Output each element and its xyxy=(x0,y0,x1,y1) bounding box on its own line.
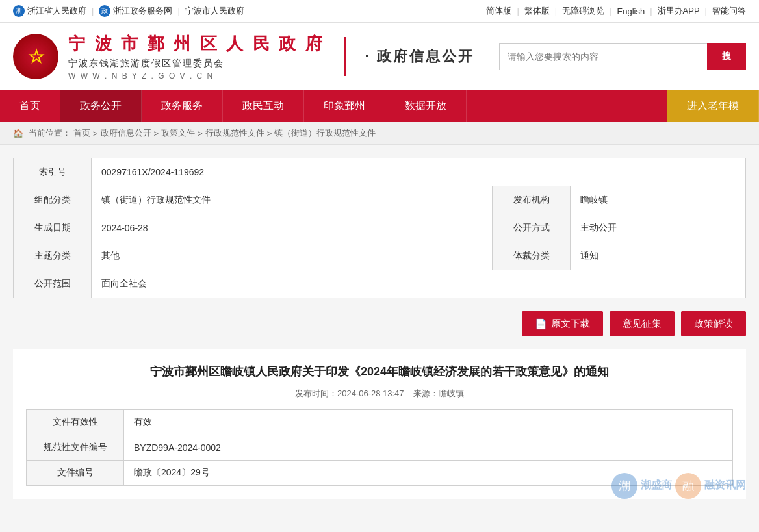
label-index: 索引号 xyxy=(14,158,92,186)
main-nav: 首页 政务公开 政务服务 政民互动 印象鄞州 数据开放 进入老年模 xyxy=(0,90,759,122)
doc-value-validity: 有效 xyxy=(124,409,733,435)
info-table: 索引号 00297161X/2024-119692 组配分类 镇（街道）行政规范… xyxy=(13,158,746,298)
label-category: 组配分类 xyxy=(14,186,92,214)
action-buttons: 📄 原文下载 意见征集 政策解读 xyxy=(13,311,746,336)
policy-label: 政策解读 xyxy=(694,318,733,330)
doc-row: 文件编号 瞻政〔2024〕29号 xyxy=(27,460,733,485)
top-bar-right: 简体版 | 繁体版 | 无障碍浏览 | English | 浙里办APP | 智… xyxy=(486,5,746,17)
zhejiang-gov-label[interactable]: 浙江省人民政府 xyxy=(27,5,86,17)
simplified-link[interactable]: 简体版 xyxy=(486,5,511,17)
header-logo: ☆ 宁 波 市 鄞 州 区 人 民 政 府 宁波东钱湖旅游度假区管理委员会 W … xyxy=(13,32,474,81)
breadcrumb-current: 镇（街道）行政规范性文件 xyxy=(274,127,376,139)
label-date: 生成日期 xyxy=(14,214,92,242)
value-theme: 其他 xyxy=(92,242,493,270)
label-genre: 体裁分类 xyxy=(493,242,571,270)
nav-item-data[interactable]: 数据开放 xyxy=(385,90,467,122)
divider-4: | xyxy=(555,6,557,16)
emblem: ☆ xyxy=(13,34,58,79)
label-open-method: 公开方式 xyxy=(493,214,571,242)
home-icon: 🏠 xyxy=(13,129,23,138)
breadcrumb-home[interactable]: 首页 xyxy=(73,127,90,139)
logo-text: 宁 波 市 鄞 州 区 人 民 政 府 宁波东钱湖旅游度假区管理委员会 W W … xyxy=(68,32,325,81)
header: ☆ 宁 波 市 鄞 州 区 人 民 政 府 宁波东钱湖旅游度假区管理委员会 W … xyxy=(0,23,759,90)
divider-5: | xyxy=(610,6,611,16)
bc-sep-3: > xyxy=(198,129,203,138)
breadcrumb: 🏠 当前位置： 首页 > 政府信息公开 > 政策文件 > 行政规范性文件 > 镇… xyxy=(0,122,759,145)
article-title: 宁波市鄞州区瞻岐镇人民政府关于印发《2024年瞻岐镇经济发展的若干政策意见》的通… xyxy=(26,362,733,381)
table-row: 组配分类 镇（街道）行政规范性文件 发布机构 瞻岐镇 xyxy=(14,186,746,214)
search-input[interactable] xyxy=(499,43,707,70)
doc-label-file-number: 文件编号 xyxy=(27,460,124,485)
pdf-icon: 📄 xyxy=(535,318,547,330)
zhejiang-gov-link[interactable]: 浙 浙江省人民政府 xyxy=(13,5,86,17)
nav-item-home[interactable]: 首页 xyxy=(0,90,60,122)
doc-label-validity: 文件有效性 xyxy=(27,409,124,435)
ningbo-gov-link[interactable]: 宁波市人民政府 xyxy=(185,5,244,17)
search-button[interactable]: 搜 xyxy=(707,43,746,70)
table-row: 主题分类 其他 体裁分类 通知 xyxy=(14,242,746,270)
top-bar-left: 浙 浙江省人民政府 | 政 浙江政务服务网 | 宁波市人民政府 xyxy=(13,5,244,17)
divider-1: | xyxy=(92,6,94,16)
breadcrumb-gov-info[interactable]: 政府信息公开 xyxy=(101,127,151,139)
nav-item-interaction[interactable]: 政民互动 xyxy=(223,90,304,122)
doc-value-norm-number: BYZD99A-2024-0002 xyxy=(124,435,733,460)
divider-3: | xyxy=(517,6,519,16)
divider-6: | xyxy=(650,6,652,16)
app-link[interactable]: 浙里办APP xyxy=(658,5,700,17)
english-link[interactable]: English xyxy=(617,6,645,16)
table-row: 公开范围 面向全社会 xyxy=(14,270,746,298)
publish-time: 发布时间：2024-06-28 13:47 xyxy=(295,388,404,398)
value-date: 2024-06-28 xyxy=(92,214,493,242)
nav-item-impression[interactable]: 印象鄞州 xyxy=(304,90,385,122)
traditional-link[interactable]: 繁体版 xyxy=(524,5,550,17)
bc-sep-1: > xyxy=(93,129,98,138)
opinion-button[interactable]: 意见征集 xyxy=(610,311,675,336)
doc-value-file-number: 瞻政〔2024〕29号 xyxy=(124,460,733,485)
logo-divider xyxy=(344,37,346,76)
bc-sep-2: > xyxy=(154,129,159,138)
logo-title: 宁 波 市 鄞 州 区 人 民 政 府 xyxy=(68,32,325,55)
label-theme: 主题分类 xyxy=(14,242,92,270)
zj-gov-icon: 浙 xyxy=(13,5,25,17)
divider-2: | xyxy=(177,6,179,16)
logo-subtitle: 宁波东钱湖旅游度假区管理委员会 xyxy=(68,58,325,70)
doc-table: 文件有效性 有效 规范性文件编号 BYZD99A-2024-0002 文件编号 … xyxy=(26,409,733,486)
gov-info-label: · 政府信息公开 xyxy=(365,47,474,66)
value-publisher: 瞻岐镇 xyxy=(571,186,746,214)
download-label: 原文下载 xyxy=(551,318,590,330)
doc-label-norm-number: 规范性文件编号 xyxy=(27,435,124,460)
breadcrumb-prefix: 当前位置： xyxy=(29,127,71,139)
opinion-label: 意见征集 xyxy=(623,318,662,330)
logo-url: W W W . N B Y Z . G O V . C N xyxy=(68,71,325,81)
header-search: 搜 xyxy=(499,43,746,70)
main-content: 索引号 00297161X/2024-119692 组配分类 镇（街道）行政规范… xyxy=(0,145,759,512)
doc-row: 规范性文件编号 BYZD99A-2024-0002 xyxy=(27,435,733,460)
breadcrumb-admin-norm[interactable]: 行政规范性文件 xyxy=(205,127,264,139)
label-open-scope: 公开范围 xyxy=(14,270,92,298)
download-button[interactable]: 📄 原文下载 xyxy=(522,311,603,336)
top-bar: 浙 浙江省人民政府 | 政 浙江政务服务网 | 宁波市人民政府 简体版 | 繁体… xyxy=(0,0,759,23)
table-row: 索引号 00297161X/2024-119692 xyxy=(14,158,746,186)
article-meta: 发布时间：2024-06-28 13:47 来源：瞻岐镇 xyxy=(26,388,733,399)
doc-row: 文件有效性 有效 xyxy=(27,409,733,435)
nav-item-senior[interactable]: 进入老年模 xyxy=(667,90,759,122)
zw-icon: 政 xyxy=(99,5,110,17)
value-index: 00297161X/2024-119692 xyxy=(92,158,746,186)
value-open-method: 主动公开 xyxy=(571,214,746,242)
article-section: 宁波市鄞州区瞻岐镇人民政府关于印发《2024年瞻岐镇经济发展的若干政策意见》的通… xyxy=(13,349,746,499)
breadcrumb-policy[interactable]: 政策文件 xyxy=(161,127,195,139)
nav-item-gov-open[interactable]: 政务公开 xyxy=(60,90,142,122)
accessible-link[interactable]: 无障碍浏览 xyxy=(562,5,604,17)
value-category: 镇（街道）行政规范性文件 xyxy=(92,186,493,214)
bc-sep-4: > xyxy=(267,129,272,138)
source: 来源：瞻岐镇 xyxy=(413,388,464,398)
nav-item-gov-service[interactable]: 政务服务 xyxy=(142,90,223,122)
label-publisher: 发布机构 xyxy=(493,186,571,214)
divider-7: | xyxy=(705,6,707,16)
policy-button[interactable]: 政策解读 xyxy=(681,311,746,336)
value-open-scope: 面向全社会 xyxy=(92,270,746,298)
zw-service-link[interactable]: 政 浙江政务服务网 xyxy=(99,5,172,17)
ai-link[interactable]: 智能问答 xyxy=(712,5,746,17)
value-genre: 通知 xyxy=(571,242,746,270)
zw-service-label[interactable]: 浙江政务服务网 xyxy=(113,5,172,17)
